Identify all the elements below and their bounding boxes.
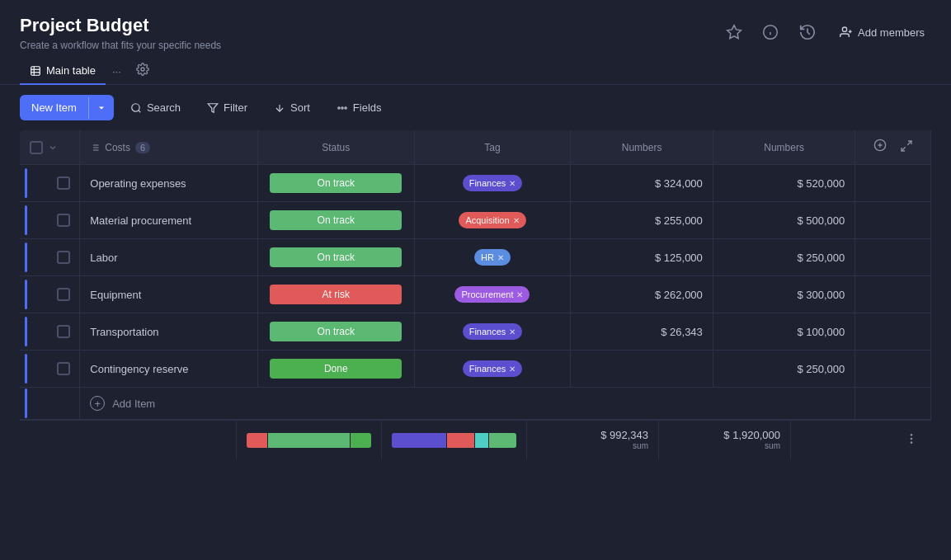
row-status-cell: On track <box>257 202 414 239</box>
tag-badge: Procurement ✕ <box>454 286 530 303</box>
add-item-row[interactable]: + Add Item <box>20 388 931 420</box>
row-tag-cell: HR ✕ <box>414 239 571 276</box>
row-numbers1-cell: $ 125,000 <box>571 239 713 276</box>
row-accent <box>25 168 27 198</box>
tag-remove-icon[interactable]: ✕ <box>497 253 504 262</box>
tag-remove-icon[interactable]: ✕ <box>516 290 523 299</box>
add-item-cell[interactable]: + Add Item <box>80 388 855 420</box>
tag-remove-icon[interactable]: ✕ <box>509 365 516 374</box>
row-checkbox[interactable] <box>57 176 70 190</box>
row-tag-cell: Finances ✕ <box>414 165 571 202</box>
chevron-down-icon[interactable] <box>48 143 58 153</box>
svg-marker-0 <box>727 26 741 39</box>
row-extra-cell <box>855 351 931 388</box>
table-header-row: Costs 6 Status Tag Numbers Numbers <box>20 130 931 165</box>
budget-table: Costs 6 Status Tag Numbers Numbers <box>20 130 931 420</box>
header-checkbox[interactable] <box>30 141 43 154</box>
pb-teal <box>475 433 488 448</box>
footer-numbers2: $ 1,920,000 sum <box>659 421 791 459</box>
fields-icon <box>337 102 348 114</box>
row-name: Transportation <box>90 326 158 338</box>
row-numbers2-cell: $ 520,000 <box>713 165 854 202</box>
table-row: ⋮⋮ Transportation On track Finances ✕ $ … <box>20 313 931 351</box>
svg-rect-7 <box>31 66 40 75</box>
row-numbers2-cell: $ 100,000 <box>713 313 854 351</box>
svg-point-18 <box>345 106 346 108</box>
settings-gear-button[interactable] <box>131 58 154 84</box>
svg-point-17 <box>338 106 340 108</box>
row-name: Equipment <box>90 289 141 301</box>
tag-badge: HR ✕ <box>474 249 511 266</box>
row-numbers2-cell: $ 250,000 <box>713 351 854 388</box>
table-container: Costs 6 Status Tag Numbers Numbers <box>0 130 951 459</box>
row-checkbox[interactable] <box>57 214 70 227</box>
sort-button[interactable]: Sort <box>264 96 320 120</box>
row-status-cell: On track <box>257 239 414 276</box>
status-col-label: Status <box>322 142 350 153</box>
numbers1-col-label: Numbers <box>622 142 662 153</box>
pb-green3 <box>489 433 516 448</box>
tag-col-label: Tag <box>484 142 500 153</box>
tag-progress-bar <box>392 433 516 448</box>
row-checkbox[interactable] <box>57 288 70 301</box>
fields-button[interactable]: Fields <box>327 96 392 120</box>
th-numbers1: Numbers <box>571 130 713 165</box>
tag-remove-icon[interactable]: ✕ <box>509 179 516 188</box>
new-item-caret[interactable] <box>88 97 114 119</box>
footer-extra <box>791 421 931 459</box>
footer-more-button[interactable] <box>902 429 921 451</box>
row-check-cell: ⋮⋮ <box>20 351 80 388</box>
add-members-button[interactable]: Add members <box>833 22 931 42</box>
svg-point-32 <box>911 442 911 443</box>
costs-col-label: Costs <box>105 142 130 153</box>
row-checkbox[interactable] <box>57 325 70 338</box>
add-column-button[interactable] <box>869 137 892 158</box>
fields-label: Fields <box>353 101 382 114</box>
search-button[interactable]: Search <box>120 96 191 120</box>
add-item-extra <box>855 388 931 420</box>
row-status-cell: Done <box>257 351 414 388</box>
row-check-cell: ⋮⋮ <box>20 239 80 276</box>
row-checkbox[interactable] <box>57 251 70 264</box>
tag-badge: Finances ✕ <box>463 360 523 377</box>
info-button[interactable] <box>759 21 782 44</box>
row-numbers2-cell: $ 250,000 <box>713 239 854 276</box>
row-name-cell: Transportation <box>80 313 258 351</box>
new-item-button[interactable]: New Item <box>20 95 114 120</box>
row-numbers2-cell: $ 300,000 <box>713 276 854 313</box>
tab-more-dots[interactable]: ··· <box>109 62 125 81</box>
footer-numbers2-sum: $ 1,920,000 <box>669 429 780 441</box>
add-members-label: Add members <box>858 26 925 39</box>
status-progress-bar <box>247 433 371 448</box>
sort-costs-icon <box>90 143 100 153</box>
pb-green-light <box>268 433 350 448</box>
table-row: ⋮⋮ Labor On track HR ✕ $ 125,000 $ 250,0… <box>20 239 931 276</box>
table-icon <box>30 65 41 77</box>
tab-main-table[interactable]: Main table <box>20 58 106 85</box>
header-left: Project Budget Create a workflow that fi… <box>20 15 221 51</box>
row-accent <box>25 242 27 272</box>
footer-tag-bar <box>382 421 527 459</box>
row-numbers1-cell: $ 262,000 <box>571 276 713 313</box>
footer-spacer <box>20 421 237 459</box>
history-button[interactable] <box>795 20 820 45</box>
tag-remove-icon[interactable]: ✕ <box>509 327 516 336</box>
row-extra-cell <box>855 313 931 351</box>
status-badge: At risk <box>270 285 402 304</box>
tag-remove-icon[interactable]: ✕ <box>513 216 520 225</box>
row-check-cell: ⋮⋮ <box>20 202 80 239</box>
row-extra-cell <box>855 239 931 276</box>
row-checkbox[interactable] <box>57 362 70 375</box>
status-badge: On track <box>270 247 402 267</box>
th-add-col <box>855 130 931 165</box>
footer-sum-label2: sum <box>669 441 780 450</box>
resize-col-button[interactable] <box>895 138 918 158</box>
costs-count: 6 <box>135 142 150 153</box>
search-icon <box>130 102 142 114</box>
pb-green-dark <box>351 433 371 448</box>
row-status-cell: On track <box>257 313 414 351</box>
row-name-cell: Contingency reserve <box>80 351 258 388</box>
filter-button[interactable]: Filter <box>197 96 257 120</box>
status-badge: On track <box>270 322 402 341</box>
star-button[interactable] <box>723 21 746 44</box>
